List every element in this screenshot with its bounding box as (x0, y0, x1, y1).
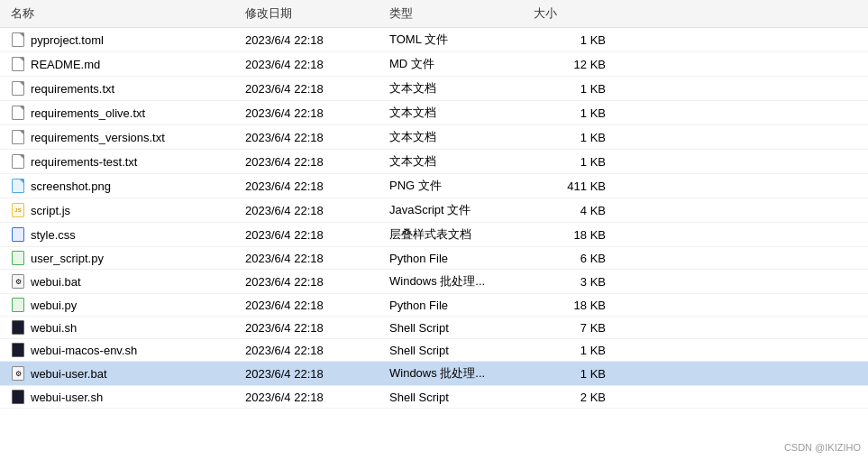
file-name: style.css (31, 228, 76, 242)
file-type: Shell Script (386, 342, 530, 359)
file-name-cell: webui.py (7, 296, 242, 314)
file-date: 2023/6/4 22:18 (242, 389, 386, 406)
file-name: pyproject.toml (31, 33, 104, 47)
table-row[interactable]: ⚙ webui-user.bat 2023/6/4 22:18 Windows … (0, 362, 868, 386)
file-size: 2 KB (530, 389, 620, 406)
file-size: 1 KB (530, 129, 620, 146)
table-row[interactable]: ⚙ webui.bat 2023/6/4 22:18 Windows 批处理..… (0, 270, 868, 294)
file-type: Python File (386, 297, 530, 314)
file-icon-generic (11, 130, 25, 144)
header-type[interactable]: 类型 (386, 4, 530, 23)
file-name-cell: ⚙ webui-user.bat (7, 364, 242, 382)
file-name: webui-user.bat (31, 367, 107, 381)
file-date: 2023/6/4 22:18 (242, 202, 386, 219)
table-row[interactable]: webui-user.sh 2023/6/4 22:18 Shell Scrip… (0, 386, 868, 409)
file-icon-py (11, 251, 25, 265)
file-name-cell: ⚙ webui.bat (7, 272, 242, 290)
file-name-cell: webui-user.sh (7, 388, 242, 406)
file-name: webui.sh (31, 321, 77, 335)
file-size: 6 KB (530, 250, 620, 267)
file-name: user_script.py (31, 252, 104, 265)
file-type: TOML 文件 (386, 30, 530, 50)
file-size: 1 KB (530, 153, 620, 170)
file-icon-generic (11, 32, 25, 47)
file-icon-css (11, 227, 25, 242)
file-date: 2023/6/4 22:18 (242, 178, 386, 195)
file-name: requirements_versions.txt (31, 131, 165, 144)
file-date: 2023/6/4 22:18 (242, 56, 386, 73)
file-icon-py (11, 298, 25, 312)
table-row[interactable]: requirements_olive.txt 2023/6/4 22:18 文本… (0, 101, 868, 125)
file-type: 文本文档 (386, 127, 530, 147)
file-name-cell: webui-macos-env.sh (7, 341, 242, 359)
file-icon-sh (11, 320, 25, 335)
file-icon-generic (11, 81, 25, 96)
file-icon-generic (11, 57, 25, 71)
file-explorer: 名称 修改日期 类型 大小 pyproject.toml 2023/6/4 22… (0, 0, 868, 460)
file-name: screenshot.png (31, 179, 111, 193)
file-size: 18 KB (530, 297, 620, 314)
file-icon-bat: ⚙ (11, 366, 25, 381)
file-size: 1 KB (530, 32, 620, 49)
file-name-cell: README.md (7, 55, 242, 73)
file-type: Shell Script (386, 389, 530, 406)
table-row[interactable]: requirements-test.txt 2023/6/4 22:18 文本文… (0, 150, 868, 174)
table-row[interactable]: JS script.js 2023/6/4 22:18 JavaScript 文… (0, 198, 868, 223)
file-name-cell: webui.sh (7, 318, 242, 336)
file-date: 2023/6/4 22:18 (242, 250, 386, 267)
file-type: PNG 文件 (386, 176, 530, 196)
header-name[interactable]: 名称 (7, 4, 242, 23)
file-size: 3 KB (530, 273, 620, 290)
file-size: 411 KB (530, 178, 620, 195)
table-row[interactable]: style.css 2023/6/4 22:18 层叠样式表文档 18 KB (0, 223, 868, 247)
file-date: 2023/6/4 22:18 (242, 80, 386, 97)
table-row[interactable]: webui.sh 2023/6/4 22:18 Shell Script 7 K… (0, 317, 868, 339)
file-icon-generic (11, 154, 25, 169)
file-date: 2023/6/4 22:18 (242, 129, 386, 146)
header-date[interactable]: 修改日期 (242, 4, 386, 23)
file-date: 2023/6/4 22:18 (242, 365, 386, 382)
file-name-cell: screenshot.png (7, 177, 242, 195)
file-date: 2023/6/4 22:18 (242, 273, 386, 290)
file-size: 7 KB (530, 319, 620, 336)
file-name-cell: requirements.txt (7, 79, 242, 97)
file-icon-png (11, 179, 25, 193)
file-type: 层叠样式表文档 (386, 225, 530, 244)
file-icon-generic (11, 106, 25, 120)
table-row[interactable]: screenshot.png 2023/6/4 22:18 PNG 文件 411… (0, 174, 868, 198)
table-row[interactable]: pyproject.toml 2023/6/4 22:18 TOML 文件 1 … (0, 28, 868, 52)
file-icon-sh (11, 390, 25, 404)
table-row[interactable]: user_script.py 2023/6/4 22:18 Python Fil… (0, 247, 868, 270)
file-list[interactable]: pyproject.toml 2023/6/4 22:18 TOML 文件 1 … (0, 28, 868, 460)
file-name: requirements-test.txt (31, 155, 138, 169)
table-row[interactable]: webui.py 2023/6/4 22:18 Python File 18 K… (0, 294, 868, 317)
table-row[interactable]: README.md 2023/6/4 22:18 MD 文件 12 KB (0, 52, 868, 77)
file-size: 4 KB (530, 202, 620, 219)
file-size: 12 KB (530, 56, 620, 73)
file-type: Windows 批处理... (386, 363, 530, 383)
table-row[interactable]: webui-macos-env.sh 2023/6/4 22:18 Shell … (0, 339, 868, 362)
file-name-cell: JS script.js (7, 201, 242, 219)
file-name: webui.bat (31, 275, 81, 289)
file-type: 文本文档 (386, 78, 530, 98)
watermark: CSDN @IKIZIHO (784, 442, 861, 453)
file-date: 2023/6/4 22:18 (242, 153, 386, 170)
file-type: MD 文件 (386, 54, 530, 74)
file-type: Windows 批处理... (386, 271, 530, 291)
header-size[interactable]: 大小 (530, 4, 620, 23)
table-row[interactable]: requirements.txt 2023/6/4 22:18 文本文档 1 K… (0, 77, 868, 101)
file-type: 文本文档 (386, 103, 530, 123)
file-size: 18 KB (530, 226, 620, 244)
file-name: webui-user.sh (31, 391, 103, 404)
file-name-cell: requirements_versions.txt (7, 128, 242, 146)
file-date: 2023/6/4 22:18 (242, 297, 386, 314)
file-size: 1 KB (530, 342, 620, 359)
file-type: Python File (386, 250, 530, 267)
table-row[interactable]: requirements_versions.txt 2023/6/4 22:18… (0, 125, 868, 150)
file-size: 1 KB (530, 80, 620, 97)
file-name: script.js (31, 204, 70, 217)
file-name: webui.py (31, 299, 77, 312)
file-size: 1 KB (530, 365, 620, 382)
file-name-cell: user_script.py (7, 249, 242, 267)
file-type: 文本文档 (386, 152, 530, 171)
